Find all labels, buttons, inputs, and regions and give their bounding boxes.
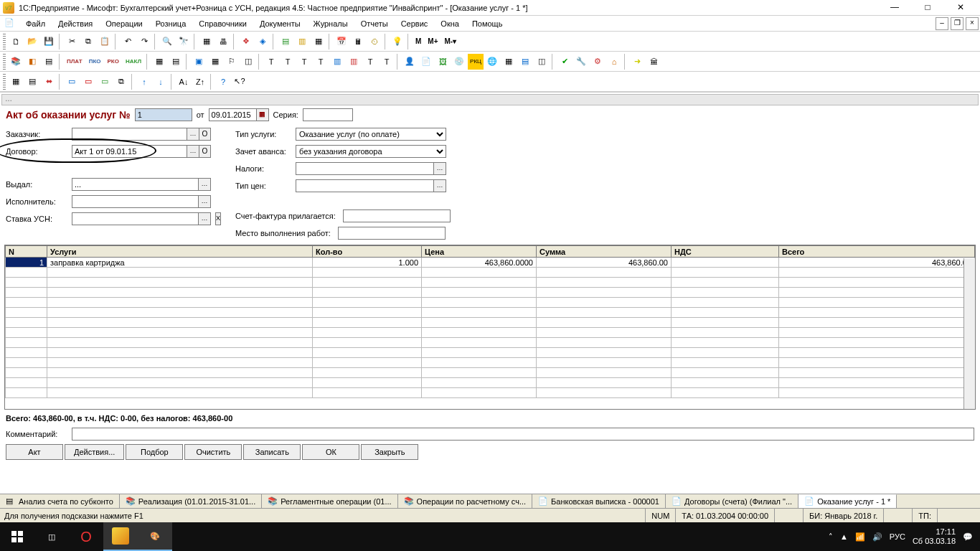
tool-icon[interactable]: ▦	[311, 34, 326, 50]
actions-button[interactable]: Действия...	[65, 444, 124, 460]
home-icon[interactable]: ⌂	[606, 54, 622, 70]
redo-icon[interactable]: ↷	[136, 34, 152, 50]
doc-number-input[interactable]	[135, 108, 192, 121]
pick-icon[interactable]: …	[433, 179, 446, 192]
tool-icon[interactable]: ▥	[294, 34, 310, 50]
delrow-icon[interactable]: ▭	[80, 74, 96, 90]
1c-task-icon[interactable]	[103, 522, 138, 551]
row-icon[interactable]: ▭	[64, 74, 80, 90]
mdi-minimize[interactable]: –	[936, 17, 948, 30]
table-row[interactable]: 1 заправка картриджа 1.000 463,860.0000 …	[6, 258, 975, 268]
t-icon[interactable]: T	[280, 54, 296, 70]
globe-icon[interactable]: 🌐	[484, 54, 500, 70]
sheet-icon[interactable]: ▤	[41, 54, 57, 70]
pick-icon[interactable]: …	[198, 212, 211, 225]
pic-icon[interactable]: 🖼	[435, 54, 451, 70]
clock-icon[interactable]: ⏲	[367, 34, 382, 50]
minimize-button[interactable]: —	[878, 1, 911, 15]
write-button[interactable]: Записать	[243, 444, 301, 460]
zachet-select[interactable]: без указания договора	[296, 145, 446, 158]
copy-icon[interactable]: ⧉	[80, 34, 96, 50]
t-icon[interactable]: T	[313, 54, 329, 70]
lang-indicator[interactable]: РУС	[890, 532, 905, 541]
paste-icon[interactable]: 📋	[97, 34, 113, 50]
tab-okazanie[interactable]: 📄Оказание услуг - 1 *	[798, 494, 897, 508]
tab-operations[interactable]: 📚Операции по расчетному сч...	[398, 494, 533, 508]
disk-icon[interactable]: 💿	[451, 54, 467, 70]
lbl-icon[interactable]: РКО	[105, 54, 122, 70]
col-service[interactable]: Услуги	[47, 246, 313, 258]
col-n[interactable]: N	[6, 246, 47, 258]
paint-task-icon[interactable]: 🎨	[138, 522, 172, 551]
person-icon[interactable]: 👤	[402, 54, 418, 70]
sortdesc-icon[interactable]: Z↑	[192, 74, 208, 90]
t-icon[interactable]: T	[362, 54, 378, 70]
lbl-icon[interactable]: НАКЛ	[123, 54, 144, 70]
flag-icon[interactable]: ⚐	[224, 54, 240, 70]
mplus-button[interactable]: M+	[425, 34, 440, 50]
insrow-icon[interactable]: ▭	[97, 74, 113, 90]
clear-button[interactable]: Очистить	[184, 444, 242, 460]
col-total[interactable]: Всего	[779, 246, 975, 258]
lbl-icon[interactable]: ПЛАТ	[64, 54, 85, 70]
mminus-button[interactable]: M-▾	[442, 34, 460, 50]
akt-button[interactable]: Акт	[6, 444, 63, 460]
menu-documents[interactable]: Документы	[254, 18, 306, 29]
menu-journals[interactable]: Журналы	[308, 18, 354, 29]
pick-icon[interactable]: …	[198, 195, 211, 208]
calc-icon[interactable]: ▦	[199, 34, 215, 50]
t-icon[interactable]: T	[263, 54, 279, 70]
date-picker-icon[interactable]: ▦	[256, 108, 269, 121]
print-icon[interactable]: 🖶	[215, 34, 231, 50]
volume-icon[interactable]: 🔊	[872, 532, 882, 542]
undo-icon[interactable]: ↶	[120, 34, 136, 50]
grid-scrollbar[interactable]	[963, 258, 975, 409]
ispolnitel-input[interactable]	[72, 195, 198, 208]
pick-icon[interactable]: …	[187, 128, 199, 141]
check-icon[interactable]: ✔	[557, 54, 573, 70]
find-icon[interactable]: 🔍	[159, 34, 175, 50]
open-icon[interactable]: 📂	[24, 34, 40, 50]
tool-icon[interactable]: ❖	[238, 34, 254, 50]
schet-input[interactable]	[343, 209, 451, 222]
lamp-icon[interactable]: 💡	[390, 34, 405, 50]
pick-icon[interactable]: …	[433, 162, 446, 175]
new-icon[interactable]: 🗋	[8, 34, 24, 50]
calendar-icon[interactable]: 📅	[334, 34, 349, 50]
menu-directories[interactable]: Справочники	[193, 18, 253, 29]
lbl-icon[interactable]: ПКО	[86, 54, 104, 70]
tab-bank[interactable]: 📄Банковская выписка - 000001	[532, 494, 666, 508]
col-sum[interactable]: Сумма	[537, 246, 672, 258]
podbor-button[interactable]: Подбор	[126, 444, 183, 460]
tool-icon[interactable]: ◫	[240, 54, 256, 70]
x-button[interactable]: X	[215, 212, 221, 225]
tab-analysis[interactable]: ▤Анализ счета по субконто	[0, 494, 120, 508]
col-qty[interactable]: Кол-во	[313, 246, 422, 258]
mdi-restore[interactable]: ❐	[951, 17, 963, 30]
grid-icon[interactable]: ▤	[24, 74, 40, 90]
tool-icon[interactable]: ◫	[534, 54, 550, 70]
house-icon[interactable]: 🏛	[646, 54, 661, 70]
pick-icon[interactable]: …	[187, 145, 199, 158]
taskview-icon[interactable]: ◫	[34, 522, 69, 551]
gear-icon[interactable]: ⚙	[590, 54, 606, 70]
chart-icon[interactable]: ▥	[329, 54, 345, 70]
menu-help[interactable]: Помощь	[466, 18, 509, 29]
tool-icon[interactable]: ▦	[151, 54, 167, 70]
tool-icon[interactable]: ▣	[191, 54, 207, 70]
clear-icon[interactable]: О	[199, 128, 211, 141]
sortasc-icon[interactable]: A↓	[176, 74, 192, 90]
link-icon[interactable]: ⬌	[41, 74, 57, 90]
menu-retail[interactable]: Розница	[150, 18, 192, 29]
tool-icon[interactable]: ▤	[168, 54, 184, 70]
close-form-button[interactable]: Закрыть	[361, 444, 418, 460]
series-input[interactable]	[303, 108, 353, 121]
menu-file[interactable]: Файл	[20, 18, 51, 29]
book-icon[interactable]: 📚	[8, 54, 24, 70]
grid-icon[interactable]: ▦	[8, 74, 24, 90]
tipcen-input[interactable]	[296, 179, 433, 192]
date-input[interactable]	[209, 108, 256, 121]
zakazchik-input[interactable]	[72, 128, 187, 141]
menu-actions[interactable]: Действия	[52, 18, 98, 29]
system-tray[interactable]: ˄ ▲ 📶 🔊 РУС 17:11Сб 03.03.18 💬	[821, 527, 980, 546]
